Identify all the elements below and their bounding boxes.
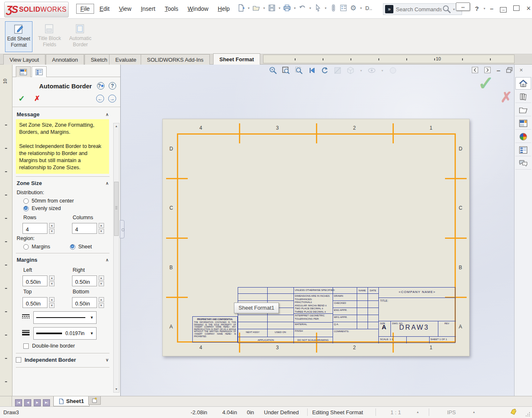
border-line-style-dropdown[interactable]: ▼ [33,311,97,324]
confirm-cancel-corner-icon[interactable]: ✗ [500,89,512,105]
left-margin-stepper[interactable]: ▲▼ [22,275,60,286]
drawing-sheet[interactable]: 4 3 2 1 4 3 2 1 D C B A D C B A [162,119,470,356]
menu-help[interactable]: Help [214,4,234,13]
dropdown-arrow-icon[interactable]: ▼ [90,315,94,320]
feature-manager-tab[interactable] [32,66,47,77]
zone-size-section-header[interactable]: Zone Size ∧ [16,178,109,188]
tag-icon[interactable] [510,409,517,416]
whats-new-help-icon[interactable]: ?✱ [97,82,104,90]
custom-properties-icon[interactable] [515,144,531,156]
next-sheet-button[interactable]: ▶ [34,399,41,406]
tab-annotation[interactable]: Annotation [46,54,84,65]
previous-view-icon[interactable] [307,66,316,75]
columns-stepper[interactable]: ▲▼ [72,223,110,234]
overflow-menu[interactable]: D.. [365,5,373,11]
checkbox-icon[interactable] [16,357,21,363]
options-gear-icon[interactable]: ⚙ [349,3,358,13]
spinner-arrows[interactable]: ▲▼ [99,223,104,234]
radio-sheet[interactable]: Sheet [62,243,92,250]
task-pane-close-icon[interactable]: × [520,67,523,73]
zoom-to-area-icon[interactable] [281,66,291,75]
collapse-chevron-icon[interactable]: ∧ [106,258,109,262]
search-icon[interactable] [442,4,452,14]
edit-sheet-format-button[interactable]: Edit SheetFormat [5,21,32,52]
help-button[interactable]: ? [472,5,482,12]
menu-file[interactable]: File [76,4,94,14]
close-button[interactable]: × [523,4,532,13]
forum-icon[interactable] [515,157,531,170]
checkbox-icon[interactable] [23,343,29,349]
columns-input[interactable] [72,223,97,234]
left-margin-input[interactable] [22,275,47,286]
scrollbar-thumb[interactable] [114,182,119,236]
print-icon[interactable] [283,3,292,13]
help-icon[interactable]: ? [109,82,116,90]
units-dropdown-arrow[interactable]: ▲ [472,410,475,413]
maximize-button[interactable] [510,5,523,12]
unit-system[interactable]: IPS [447,409,456,415]
redraw-icon[interactable] [320,66,329,75]
double-line-border-checkbox-row[interactable]: Double-line border [16,340,109,350]
select-cursor-icon[interactable] [313,3,323,13]
display-options-icon[interactable] [339,3,348,13]
spinner-arrows[interactable]: ▲▼ [99,275,104,286]
collapse-chevron-icon[interactable]: ∧ [106,112,109,117]
radio-icon[interactable] [23,244,29,250]
tab-evaluate[interactable]: Evaluate [109,54,143,65]
tab-solidworks-add-ins[interactable]: SOLIDWORKS Add-Ins [141,54,210,65]
spinner-arrows[interactable]: ▲▼ [49,275,55,286]
doc-restore-icon[interactable] [506,67,513,75]
back-arrow-button[interactable]: ← [96,95,104,103]
panel-scrollbar[interactable]: ▲ ▼ [113,123,119,393]
confirm-ok-corner-icon[interactable]: ✓ [478,72,494,95]
bottom-margin-input[interactable] [72,297,97,308]
independent-border-section-header[interactable]: Independent Border ∨ [16,354,109,365]
radio-icon-checked[interactable] [70,244,75,250]
doc-minimize-icon[interactable]: – [497,67,500,75]
previous-sheet-button[interactable]: ◀ [24,399,31,406]
previous-document-icon[interactable] [472,67,478,75]
spinner-arrows[interactable]: ▲▼ [99,297,104,308]
last-sheet-button[interactable]: ▶| [43,399,50,406]
zoom-to-fit-icon[interactable] [268,66,278,75]
menu-window[interactable]: Window [184,4,212,13]
right-margin-stepper[interactable]: ▲▼ [72,275,110,286]
ok-checkmark-button[interactable]: ✓ [18,94,25,103]
restore-button[interactable]: ↔ [497,5,510,13]
title-block[interactable]: UNLESS OTHERWISE SPECIFIED: DIMENSIONS A… [238,287,455,343]
menu-view[interactable]: View [115,4,135,13]
zoom-in-out-icon[interactable] [294,66,303,75]
message-section-header[interactable]: Message ∧ [16,109,109,119]
save-icon[interactable] [267,3,276,13]
radio-evenly-sized[interactable]: Evenly sized [16,205,109,212]
search-commands-box[interactable]: » ▼ [383,3,462,15]
rows-stepper[interactable]: ▲▼ [22,223,60,234]
collapse-chevron-icon[interactable]: ∧ [106,181,109,185]
add-sheet-tab[interactable] [88,396,101,405]
graphics-area[interactable]: ▼ ▼ – × ✓ ✗ [121,65,514,396]
view-palette-icon[interactable] [515,117,531,130]
new-document-icon[interactable] [236,3,246,13]
scroll-up-arrow[interactable]: ▲ [114,123,119,129]
radio-50mm-from-center[interactable]: 50mm from center [16,197,109,205]
spinner-arrows[interactable]: ▲▼ [49,297,55,308]
menu-insert[interactable]: Insert [137,4,159,13]
scale-dropdown-arrow[interactable]: ▲ [416,410,419,413]
menu-tools[interactable]: Tools [161,4,182,13]
sheet1-tab[interactable]: Sheet1 [53,396,89,406]
expand-chevron-icon[interactable]: ∨ [106,358,109,362]
margins-section-header[interactable]: Margins ∧ [16,254,109,265]
spinner-arrows[interactable]: ▲▼ [49,223,55,234]
resize-grip[interactable] [525,412,530,418]
design-library-icon[interactable] [515,90,531,103]
tab-view-layout[interactable]: View Layout [3,54,45,65]
scroll-down-arrow[interactable]: ▼ [114,386,119,392]
property-manager-tab[interactable] [16,66,31,77]
tab-sheet-format[interactable]: Sheet Format [213,53,260,65]
search-input[interactable] [396,6,442,13]
undo-icon[interactable] [298,3,307,13]
menu-edit[interactable]: Edit [96,4,113,13]
forward-arrow-button[interactable]: → [108,95,116,103]
minimize-button[interactable]: – [487,5,497,12]
first-sheet-button[interactable]: |◀ [15,399,22,406]
